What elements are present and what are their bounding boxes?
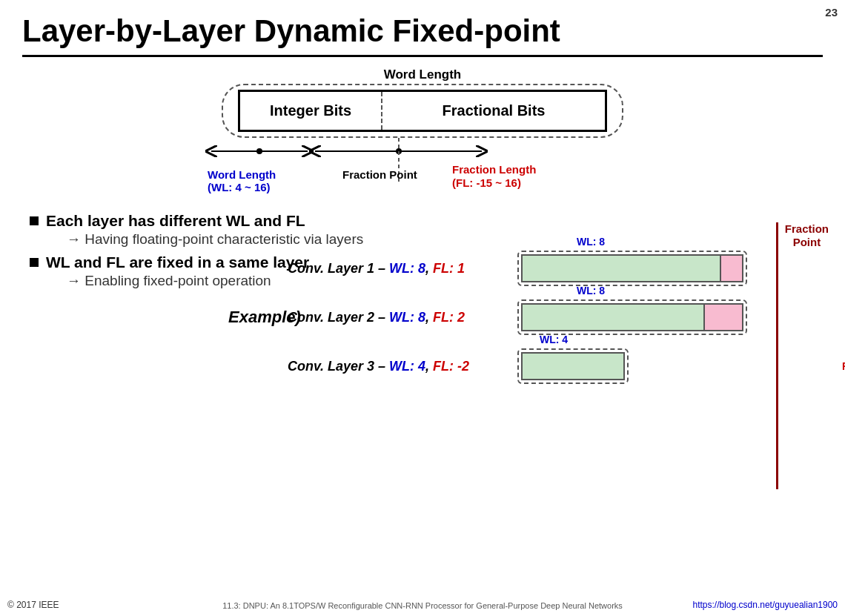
pink-bar-2 xyxy=(705,303,743,331)
bullet-square-1 xyxy=(30,216,39,225)
footer-citation: 11.3: DNPU: An 8.1TOPS/W Reconfigurable … xyxy=(222,601,623,610)
conv-name-1: Conv. Layer 1 – xyxy=(288,261,389,276)
svg-text:Word Length: Word Length xyxy=(208,168,276,181)
dashed-oval: Integer Bits Fractional Bits xyxy=(222,84,623,138)
integer-bits-label: Integer Bits xyxy=(240,92,382,130)
bullet-sub-1: → Having floating-point characteristic v… xyxy=(67,231,363,248)
conv-label-2: Conv. Layer 2 – WL: 8, FL: 2 xyxy=(288,310,465,325)
conv-fl-2: FL: 2 xyxy=(433,310,465,325)
conv-comma-3: , xyxy=(425,359,433,374)
page-number: 23 xyxy=(825,6,838,19)
green-bar-3 xyxy=(521,352,625,380)
footer-url: https://blog.csdn.net/guyuealian1900 xyxy=(693,600,838,610)
diagram-area: Word Length Integer Bits Fractional Bits xyxy=(22,67,823,205)
layer-diagram: FractionPoint WL: 8 Conv. Layer 1 – WL: … xyxy=(517,222,829,391)
bullet-sub-2: → Enabling fixed-point operation xyxy=(67,273,309,289)
svg-text:Fraction Length: Fraction Length xyxy=(452,163,536,176)
fl-annotation-3: FL: -2 xyxy=(842,360,845,372)
conv-name-2: Conv. Layer 2 – xyxy=(288,310,389,325)
fraction-point-top-label: FractionPoint xyxy=(785,222,829,249)
conv-label-1: Conv. Layer 1 – WL: 8, FL: 1 xyxy=(288,261,465,276)
green-bar-1 xyxy=(521,254,721,282)
fractional-bits-label: Fractional Bits xyxy=(382,92,605,130)
footer-copyright: © 2017 IEEE xyxy=(7,600,59,610)
conv-wl-2: WL: 8 xyxy=(389,310,425,325)
arrows-svg: Word Length (WL: 4 ~ 16) Fraction Point … xyxy=(163,138,682,205)
bullet-main-1: Each layer has different WL and FL xyxy=(46,212,363,230)
word-length-top-label: Word Length xyxy=(384,67,462,82)
wl-annotation-2: WL: 8 xyxy=(577,285,605,297)
wl-annotation-3: WL: 4 xyxy=(540,334,568,345)
conv-fl-3: FL: -2 xyxy=(433,359,469,374)
conv-wl-3: WL: 4 xyxy=(389,359,425,374)
slide-title: Layer-by-Layer Dynamic Fixed-point xyxy=(22,13,823,57)
dashed-row-2 xyxy=(517,299,747,335)
layer-1-row: WL: 8 Conv. Layer 1 – WL: 8, FL: 1 FL: 1 xyxy=(517,251,829,286)
conv-label-3: Conv. Layer 3 – WL: 4, FL: -2 xyxy=(288,359,469,374)
pink-bar-1 xyxy=(721,254,743,282)
conv-comma-2: , xyxy=(425,310,433,325)
dashed-row-1 xyxy=(517,251,747,286)
svg-text:Fraction Point: Fraction Point xyxy=(342,168,417,181)
conv-name-3: Conv. Layer 3 – xyxy=(288,359,389,374)
conv-comma-1: , xyxy=(425,261,433,276)
fraction-point-line xyxy=(776,222,778,489)
bits-box: Integer Bits Fractional Bits xyxy=(238,90,607,132)
svg-text:(FL: -15 ~ 16): (FL: -15 ~ 16) xyxy=(452,176,521,189)
slide: Layer-by-Layer Dynamic Fixed-point Word … xyxy=(0,0,845,616)
bullet-square-2 xyxy=(30,258,39,267)
dashed-row-3 xyxy=(517,348,629,384)
layer-2-row: WL: 8 Example) Conv. Layer 2 – WL: 8, FL… xyxy=(517,299,829,335)
conv-wl-1: WL: 8 xyxy=(389,261,425,276)
conv-fl-1: FL: 1 xyxy=(433,261,465,276)
layer-3-row: WL: 4 Conv. Layer 3 – WL: 4, FL: -2 FL: … xyxy=(517,348,829,384)
wl-annotation-1: WL: 8 xyxy=(577,236,605,248)
svg-point-1 xyxy=(256,148,262,154)
bullet-main-2: WL and FL are fixed in a same layer xyxy=(46,254,309,271)
svg-text:(WL: 4 ~ 16): (WL: 4 ~ 16) xyxy=(208,181,271,193)
green-bar-2 xyxy=(521,303,705,331)
